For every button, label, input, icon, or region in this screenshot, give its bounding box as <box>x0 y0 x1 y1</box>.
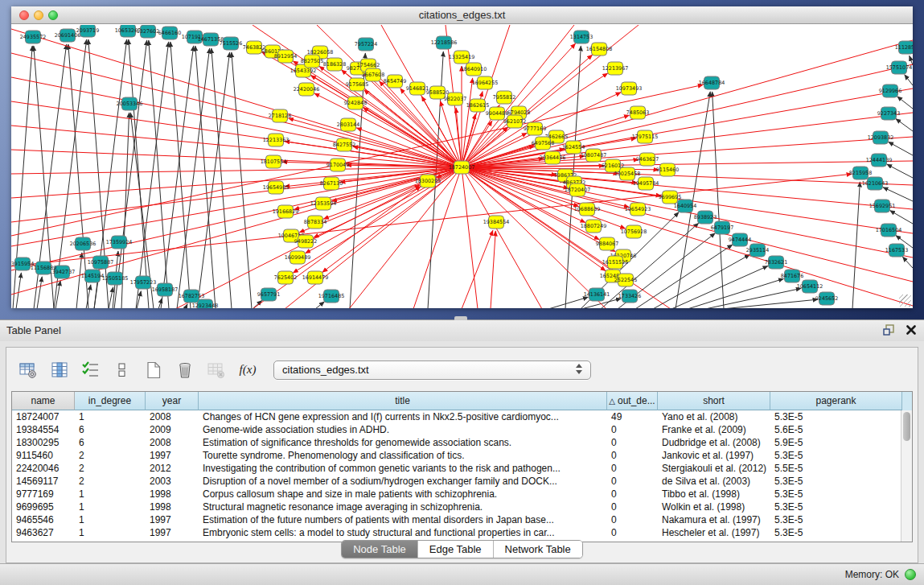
table-cell[interactable]: 1 <box>75 488 146 501</box>
table-cell[interactable]: 1 <box>75 410 146 423</box>
column-header-title[interactable]: title <box>199 392 607 410</box>
graph-edge[interactable] <box>897 97 913 109</box>
table-cell[interactable]: 0 <box>607 423 658 436</box>
table-cell[interactable]: 18300295 <box>12 436 75 449</box>
table-cell[interactable]: 5.3E-5 <box>770 475 902 488</box>
table-cell[interactable]: 0 <box>607 501 658 513</box>
table-scrollbar[interactable] <box>901 410 912 542</box>
table-cell[interactable]: Tourette syndrome. Phenomenology and cla… <box>199 449 607 462</box>
table-row[interactable]: 946362711997Embryonic stem cells: a mode… <box>12 526 912 539</box>
graph-edge[interactable] <box>688 278 784 308</box>
table-cell[interactable]: 6 <box>75 436 146 449</box>
table-cell[interactable]: Investigating the contribution of common… <box>199 462 607 475</box>
table-cell[interactable]: 0 <box>607 436 658 449</box>
delete-table-icon[interactable] <box>173 358 197 382</box>
table-cell[interactable]: Estimation of the future numbers of pati… <box>199 513 607 526</box>
graph-edge[interactable] <box>462 230 493 308</box>
column-header-pagerank[interactable]: pagerank <box>770 392 902 410</box>
graph-edge[interactable] <box>129 39 149 308</box>
table-cell[interactable]: 0 <box>607 462 658 475</box>
table-chooser-select[interactable]: citations_edges.txt <box>273 360 591 380</box>
table-cell[interactable]: 0 <box>607 526 658 539</box>
graph-edge[interactable] <box>722 299 818 308</box>
table-cell[interactable]: Structural magnetic resonance image aver… <box>199 501 607 513</box>
graph-edge[interactable] <box>705 288 801 308</box>
graph-edge[interactable] <box>315 302 324 308</box>
table-cell[interactable]: 6 <box>75 423 146 436</box>
table-cell[interactable]: 49 <box>607 410 658 423</box>
table-cell[interactable]: 1 <box>75 526 146 539</box>
table-cell[interactable]: 18724007 <box>12 410 75 423</box>
column-header-in_degree[interactable]: in_degree <box>75 392 146 410</box>
table-cell[interactable]: 0 <box>607 488 658 501</box>
show-columns-icon[interactable] <box>47 358 72 382</box>
graph-edge[interactable] <box>232 52 252 308</box>
graph-edge[interactable] <box>177 48 210 308</box>
table-cell[interactable]: Tibbo et al. (1998) <box>658 488 770 501</box>
graph-edge[interactable] <box>713 92 724 308</box>
table-cell[interactable]: 2 <box>75 449 146 462</box>
graph-edge[interactable] <box>548 297 588 308</box>
table-cell[interactable]: Franke et al. (2009) <box>658 423 770 436</box>
graph-edge[interactable] <box>896 119 913 131</box>
table-cell[interactable]: 2008 <box>146 436 199 449</box>
table-cell[interactable]: 5.3E-5 <box>770 488 902 501</box>
column-header-year[interactable]: year <box>146 392 199 410</box>
table-row[interactable]: 911546021997Tourette syndrome. Phenomeno… <box>12 449 912 462</box>
table-cell[interactable]: Embryonic stem cells: a model to study s… <box>199 526 607 539</box>
graph-edge[interactable] <box>902 257 913 268</box>
table-cell[interactable]: 2009 <box>146 423 199 436</box>
graph-edge[interactable] <box>887 164 913 178</box>
table-cell[interactable]: Corpus callosum shape and size in male p… <box>199 488 607 501</box>
table-row[interactable]: 946554611997Estimation of the future num… <box>12 513 912 526</box>
table-cell[interactable]: 9699695 <box>12 501 75 513</box>
table-cell[interactable]: 1997 <box>146 449 199 462</box>
column-header-out_de[interactable]: △out_de... <box>607 392 658 410</box>
table-cell[interactable]: 9463627 <box>12 526 75 539</box>
table-cell[interactable]: 9777169 <box>12 488 75 501</box>
table-cell[interactable]: 5.6E-5 <box>770 423 902 436</box>
table-cell[interactable]: 14569117 <box>12 475 75 488</box>
network-window-titlebar[interactable]: citations_edges.txt <box>11 6 913 24</box>
column-header-short[interactable]: short <box>658 392 770 410</box>
table-cell[interactable]: Nakamura et al. (1997) <box>658 513 770 526</box>
create-table-icon[interactable] <box>142 358 166 382</box>
tab-edge-table[interactable]: Edge Table <box>417 541 493 558</box>
table-cell[interactable]: 5.9E-5 <box>770 436 902 449</box>
table-cell[interactable]: 5.3E-5 <box>770 526 902 539</box>
graph-edge[interactable] <box>253 300 262 308</box>
column-header-name[interactable]: name <box>12 392 75 410</box>
network-canvas[interactable]: 1872400774638225860123891295416543392224… <box>11 25 913 308</box>
graph-edge[interactable] <box>55 281 60 308</box>
table-cell[interactable]: Disruption of a novel member of a sodium… <box>199 475 607 488</box>
table-cell[interactable]: 1998 <box>146 501 199 513</box>
window-minimize-button[interactable] <box>34 10 43 20</box>
graph-edge[interactable] <box>905 75 913 85</box>
table-cell[interactable]: 5.3E-5 <box>770 501 902 513</box>
table-cell[interactable]: Changes of HCN gene expression and I(f) … <box>199 410 607 423</box>
table-cell[interactable]: 2012 <box>146 462 199 475</box>
table-cell[interactable]: 9115460 <box>12 449 75 462</box>
table-cell[interactable]: 2008 <box>146 410 199 423</box>
table-cell[interactable]: Dudbridge et al. (2008) <box>658 436 770 449</box>
window-close-button[interactable] <box>19 10 29 20</box>
table-cell[interactable]: Wolkin et al. (1998) <box>658 501 770 513</box>
select-rows-icon[interactable] <box>79 358 103 382</box>
table-cell[interactable]: 19384554 <box>12 423 75 436</box>
table-row[interactable]: 1872400712008Changes of HCN gene express… <box>12 410 912 423</box>
graph-edge[interactable] <box>76 253 82 308</box>
table-cell[interactable]: 1998 <box>146 488 199 501</box>
graph-edge[interactable] <box>195 46 216 308</box>
row-height-icon[interactable] <box>110 358 134 382</box>
table-cell[interactable]: 0 <box>607 449 658 462</box>
table-cell[interactable]: Estimation of significance thresholds fo… <box>199 436 607 449</box>
table-cell[interactable]: Hescheler et al. (1997) <box>658 526 770 539</box>
table-row[interactable]: 1456911722003Disruption of a novel membe… <box>12 475 912 488</box>
graph-edge[interactable] <box>883 187 913 201</box>
table-cell[interactable]: 2 <box>75 475 146 488</box>
table-cell[interactable]: 0 <box>607 475 658 488</box>
graph-edge[interactable] <box>37 277 42 308</box>
tab-node-table[interactable]: Node Table <box>342 541 417 558</box>
graph-edge[interactable] <box>16 273 21 308</box>
graph-edge[interactable] <box>889 142 913 155</box>
